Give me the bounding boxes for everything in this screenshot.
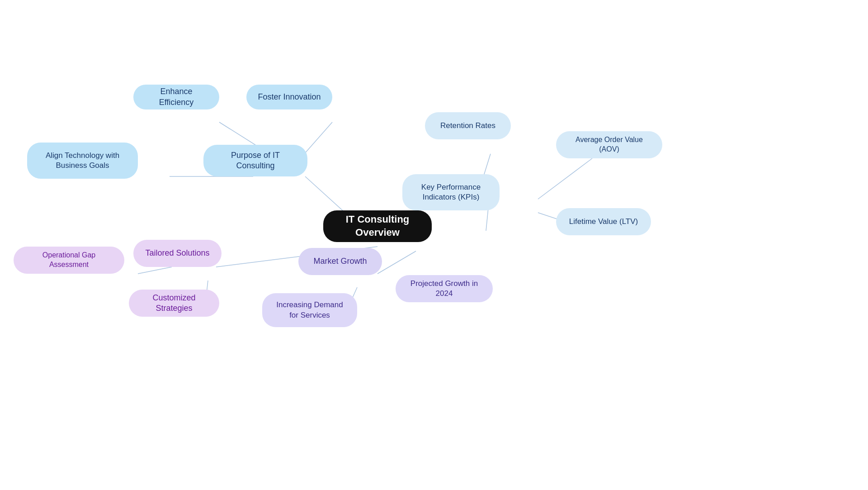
increasing-label: Increasing Demand for Services xyxy=(271,300,348,320)
aov-node: Average Order Value (AOV) xyxy=(556,131,662,158)
aov-label: Average Order Value (AOV) xyxy=(565,135,653,154)
retention-label: Retention Rates xyxy=(440,121,495,131)
retention-node: Retention Rates xyxy=(425,112,511,139)
projected-label: Projected Growth in 2024 xyxy=(405,279,484,299)
align-label: Align Technology with Business Goals xyxy=(36,151,129,171)
svg-line-5 xyxy=(138,267,172,274)
ltv-label: Lifetime Value (LTV) xyxy=(569,217,638,227)
market-node: Market Growth xyxy=(298,248,382,275)
foster-node: Foster Innovation xyxy=(246,85,332,109)
svg-line-12 xyxy=(538,158,592,199)
customized-label: Customized Strategies xyxy=(138,293,210,314)
kpi-node: Key Performance Indicators (KPIs) xyxy=(402,174,500,210)
tailored-node: Tailored Solutions xyxy=(133,240,222,267)
center-node: IT Consulting Overview xyxy=(323,210,432,242)
operational-label: Operational Gap Assessment xyxy=(23,251,115,270)
align-node: Align Technology with Business Goals xyxy=(27,143,138,179)
ltv-node: Lifetime Value (LTV) xyxy=(556,208,651,235)
operational-node: Operational Gap Assessment xyxy=(14,247,124,274)
customized-node: Customized Strategies xyxy=(129,290,219,317)
kpi-label: Key Performance Indicators (KPIs) xyxy=(411,182,491,202)
svg-line-10 xyxy=(486,208,488,231)
connections-svg xyxy=(0,0,868,490)
purpose-label: Purpose of IT Consulting xyxy=(212,150,298,171)
enhance-label: Enhance Efficiency xyxy=(142,86,210,108)
projected-node: Projected Growth in 2024 xyxy=(396,275,493,302)
increasing-node: Increasing Demand for Services xyxy=(262,293,357,327)
market-label: Market Growth xyxy=(313,256,367,266)
center-label: IT Consulting Overview xyxy=(332,213,423,239)
foster-label: Foster Innovation xyxy=(258,92,321,102)
enhance-node: Enhance Efficiency xyxy=(133,85,219,109)
svg-line-7 xyxy=(377,251,416,274)
purpose-node: Purpose of IT Consulting xyxy=(203,145,307,176)
tailored-label: Tailored Solutions xyxy=(145,248,209,258)
